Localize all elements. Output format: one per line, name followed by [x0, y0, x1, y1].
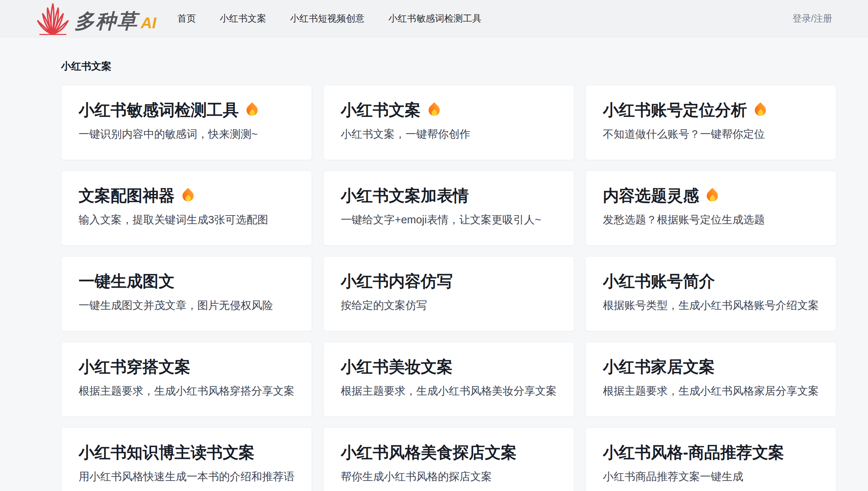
brand-suffix: AI [141, 15, 156, 35]
card-title-text: 小红书美妆文案 [341, 357, 453, 376]
card-description: 按给定的文案仿写 [341, 298, 557, 312]
main-content: 小红书文案 小红书敏感词检测工具 一键识别内容中的敏感词，快来测测~ 小红书文案… [0, 60, 868, 491]
nav-item-3[interactable]: 小红书敏感词检测工具 [388, 12, 481, 25]
tool-card[interactable]: 小红书账号简介 根据账号类型，生成小红书风格账号介绍文案 [585, 256, 836, 331]
card-title: 小红书知识博主读书文案 [79, 443, 295, 462]
card-title-text: 小红书风格美食探店文案 [341, 443, 517, 462]
fire-icon [244, 102, 260, 119]
card-title: 一键生成图文 [79, 271, 295, 291]
nav-item-0[interactable]: 首页 [177, 12, 196, 25]
card-description: 根据主题要求，生成小红书风格美妆分享文案 [341, 384, 557, 398]
card-title: 小红书账号定位分析 [603, 100, 819, 119]
card-title: 小红书文案 [341, 100, 557, 119]
section-title: 小红书文案 [61, 60, 807, 72]
tool-card[interactable]: 一键生成图文 一键生成图文并茂文章，图片无侵权风险 [61, 256, 312, 331]
tool-card[interactable]: 小红书穿搭文案 根据主题要求，生成小红书风格穿搭分享文案 [61, 342, 312, 417]
card-description: 发愁选题？根据账号定位生成选题 [603, 213, 819, 227]
tool-card[interactable]: 小红书家居文案 根据主题要求，生成小红书风格家居分享文案 [585, 342, 836, 417]
fire-icon [752, 102, 769, 119]
tool-card[interactable]: 小红书文案 小红书文案，一键帮你创作 [323, 85, 574, 160]
card-title-text: 小红书风格-商品推荐文案 [603, 443, 784, 462]
card-description: 一键生成图文并茂文章，图片无侵权风险 [79, 298, 295, 312]
card-title-text: 小红书知识博主读书文案 [79, 443, 255, 462]
card-description: 一键给文字+emoji表情，让文案更吸引人~ [341, 213, 557, 227]
card-title: 小红书风格-商品推荐文案 [603, 443, 819, 462]
card-title-text: 一键生成图文 [79, 271, 175, 291]
card-title-text: 小红书文案 [341, 100, 421, 119]
card-title: 文案配图神器 [79, 186, 295, 205]
card-description: 小红书商品推荐文案一键生成 [603, 469, 819, 484]
card-title-text: 小红书家居文案 [603, 357, 715, 376]
tool-card[interactable]: 小红书风格-商品推荐文案 小红书商品推荐文案一键生成 [585, 427, 836, 491]
card-title: 小红书文案加表情 [341, 186, 557, 205]
tool-card[interactable]: 小红书知识博主读书文案 用小红书风格快速生成一本书的介绍和推荐语 [61, 427, 312, 491]
fire-icon [426, 102, 442, 119]
card-title-text: 小红书穿搭文案 [79, 357, 191, 376]
nav-item-2[interactable]: 小红书短视频创意 [290, 12, 365, 25]
fire-icon [180, 188, 196, 205]
card-title: 小红书家居文案 [603, 357, 819, 376]
brand-name: 多种草 [74, 11, 138, 35]
tool-card[interactable]: 小红书文案加表情 一键给文字+emoji表情，让文案更吸引人~ [323, 170, 574, 246]
card-title: 小红书内容仿写 [341, 271, 557, 291]
tool-card[interactable]: 文案配图神器 输入文案，提取关键词生成3张可选配图 [61, 170, 312, 246]
card-title-text: 小红书敏感词检测工具 [79, 100, 239, 119]
card-title: 小红书美妆文案 [341, 357, 557, 376]
header: 多种草 AI 首页 小红书文案 小红书短视频创意 小红书敏感词检测工具 登录/注… [0, 0, 868, 37]
tool-card[interactable]: 小红书美妆文案 根据主题要求，生成小红书风格美妆分享文案 [323, 342, 574, 417]
card-description: 用小红书风格快速生成一本书的介绍和推荐语 [79, 469, 295, 484]
card-title-text: 小红书账号定位分析 [603, 100, 747, 119]
card-description: 小红书文案，一键帮你创作 [341, 127, 557, 141]
card-description: 根据主题要求，生成小红书风格穿搭分享文案 [79, 384, 295, 398]
tool-card[interactable]: 小红书风格美食探店文案 帮你生成小红书风格的探店文案 [323, 427, 574, 491]
fire-icon [704, 188, 721, 205]
card-description: 一键识别内容中的敏感词，快来测测~ [79, 127, 295, 141]
tool-card[interactable]: 小红书内容仿写 按给定的文案仿写 [323, 256, 574, 331]
tool-card-grid: 小红书敏感词检测工具 一键识别内容中的敏感词，快来测测~ 小红书文案 小红书文案… [61, 85, 807, 491]
card-title: 小红书风格美食探店文案 [341, 443, 557, 462]
card-title: 内容选题灵感 [603, 186, 819, 205]
logo[interactable]: 多种草 AI [34, 3, 156, 35]
card-description: 输入文案，提取关键词生成3张可选配图 [79, 213, 295, 227]
login-register-link[interactable]: 登录/注册 [792, 12, 832, 25]
card-description: 不知道做什么账号？一键帮你定位 [603, 127, 819, 141]
tool-card[interactable]: 内容选题灵感 发愁选题？根据账号定位生成选题 [585, 170, 836, 246]
card-title: 小红书穿搭文案 [79, 357, 295, 376]
card-description: 根据主题要求，生成小红书风格家居分享文案 [603, 384, 819, 398]
card-title-text: 文案配图神器 [79, 186, 175, 205]
tool-card[interactable]: 小红书账号定位分析 不知道做什么账号？一键帮你定位 [585, 85, 836, 160]
card-description: 根据账号类型，生成小红书风格账号介绍文案 [603, 298, 819, 312]
nav-item-1[interactable]: 小红书文案 [220, 12, 266, 25]
card-description: 帮你生成小红书风格的探店文案 [341, 469, 557, 484]
grass-sprout-icon [34, 3, 72, 36]
card-title-text: 小红书内容仿写 [341, 271, 453, 291]
card-title-text: 小红书文案加表情 [341, 186, 469, 205]
tool-card[interactable]: 小红书敏感词检测工具 一键识别内容中的敏感词，快来测测~ [61, 85, 312, 160]
card-title-text: 内容选题灵感 [603, 186, 699, 205]
card-title-text: 小红书账号简介 [603, 271, 715, 291]
main-nav: 首页 小红书文案 小红书短视频创意 小红书敏感词检测工具 [177, 12, 481, 25]
card-title: 小红书账号简介 [603, 271, 819, 291]
card-title: 小红书敏感词检测工具 [79, 100, 295, 119]
